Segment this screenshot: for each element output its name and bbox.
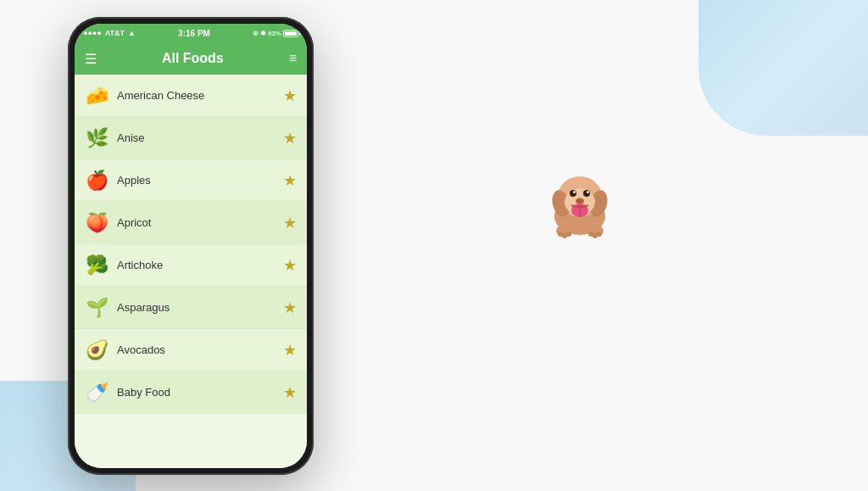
- food-item-left: 🥑 Avocados: [85, 339, 165, 361]
- list-item[interactable]: 🥑 Avocados ★: [75, 329, 307, 371]
- signal-dots: ●●●●: [83, 29, 102, 37]
- list-item[interactable]: 🍑 Apricot ★: [75, 202, 307, 244]
- food-item-left: 🍎 Apples: [85, 170, 151, 192]
- list-item[interactable]: 🥦 Artichoke ★: [75, 244, 307, 287]
- food-item-left: 🥦 Artichoke: [85, 254, 163, 276]
- favorite-star-artichoke[interactable]: ★: [283, 256, 297, 275]
- hamburger-menu-icon[interactable]: ☰: [85, 51, 97, 67]
- svg-point-6: [583, 190, 590, 197]
- svg-point-5: [570, 190, 576, 197]
- food-name-anise: Anise: [117, 131, 145, 144]
- food-item-left: 🧀 American Cheese: [85, 85, 204, 107]
- food-name-baby-food: Baby Food: [117, 386, 170, 399]
- battery-percent: 92%: [268, 30, 281, 37]
- food-name-asparagus: Asparagus: [117, 301, 170, 314]
- location-icon: ⊕: [253, 30, 259, 37]
- list-item[interactable]: 🌿 Anise ★: [75, 117, 307, 159]
- list-item[interactable]: 🌱 Asparagus ★: [75, 287, 307, 329]
- bluetooth-icon: ✱: [260, 30, 266, 37]
- favorite-star-avocados[interactable]: ★: [283, 341, 297, 360]
- favorite-star-american-cheese[interactable]: ★: [283, 86, 297, 105]
- dog-illustration: [529, 161, 631, 246]
- food-item-left: 🍑 Apricot: [85, 212, 151, 234]
- food-icon-anise: 🌿: [85, 127, 108, 149]
- status-time: 3:16 PM: [178, 29, 210, 38]
- status-right: ⊕ ✱ 92%: [253, 30, 298, 37]
- svg-point-9: [576, 198, 584, 204]
- favorite-star-baby-food[interactable]: ★: [283, 383, 297, 402]
- food-icon-asparagus: 🌱: [85, 297, 108, 319]
- food-icon-apricot: 🍑: [85, 212, 108, 234]
- food-list: 🧀 American Cheese ★ 🌿 Anise ★ 🍎 App: [75, 75, 307, 468]
- food-icon-artichoke: 🥦: [85, 254, 108, 276]
- dog-mascot: [529, 161, 631, 246]
- list-view-icon[interactable]: ≡: [289, 51, 297, 66]
- app-header: ☰ All Foods ≡: [75, 42, 307, 75]
- food-name-american-cheese: American Cheese: [117, 89, 204, 102]
- favorite-star-apples[interactable]: ★: [283, 171, 297, 190]
- bg-decoration-top-right: [698, 0, 868, 136]
- food-icon-apples: 🍎: [85, 170, 108, 192]
- food-name-avocados: Avocados: [117, 343, 165, 356]
- favorite-star-asparagus[interactable]: ★: [283, 299, 297, 317]
- food-icon-avocados: 🥑: [85, 339, 108, 361]
- svg-point-16: [566, 232, 571, 237]
- list-item[interactable]: 🍼 Baby Food ★: [75, 371, 307, 414]
- food-name-apples: Apples: [117, 174, 151, 187]
- phone-inner: ●●●● AT&T ▲ 3:16 PM ⊕ ✱ 92% ☰ All Foods: [75, 24, 307, 468]
- svg-point-7: [573, 191, 576, 193]
- food-name-artichoke: Artichoke: [117, 259, 163, 271]
- svg-point-8: [587, 191, 589, 193]
- list-item[interactable]: 🧀 American Cheese ★: [75, 75, 307, 117]
- food-name-apricot: Apricot: [117, 216, 151, 229]
- phone-frame: ●●●● AT&T ▲ 3:16 PM ⊕ ✱ 92% ☰ All Foods: [68, 17, 314, 475]
- svg-point-19: [597, 232, 602, 237]
- app-title: All Foods: [162, 51, 224, 66]
- status-left: ●●●● AT&T ▲: [83, 29, 136, 37]
- wifi-icon: ▲: [128, 29, 136, 37]
- list-item[interactable]: 🍎 Apples ★: [75, 159, 307, 202]
- food-icon-baby-food: 🍼: [85, 382, 108, 404]
- battery-icon: [283, 30, 298, 37]
- battery-fill: [285, 31, 297, 36]
- food-item-left: 🌿 Anise: [85, 127, 145, 149]
- favorite-star-apricot[interactable]: ★: [283, 214, 297, 232]
- food-item-left: 🌱 Asparagus: [85, 297, 170, 319]
- carrier-label: AT&T: [105, 29, 125, 37]
- food-icon-american-cheese: 🧀: [85, 85, 108, 107]
- phone-wrapper: ●●●● AT&T ▲ 3:16 PM ⊕ ✱ 92% ☰ All Foods: [68, 17, 314, 475]
- status-bar: ●●●● AT&T ▲ 3:16 PM ⊕ ✱ 92%: [75, 24, 307, 42]
- favorite-star-anise[interactable]: ★: [283, 129, 297, 148]
- food-item-left: 🍼 Baby Food: [85, 382, 170, 404]
